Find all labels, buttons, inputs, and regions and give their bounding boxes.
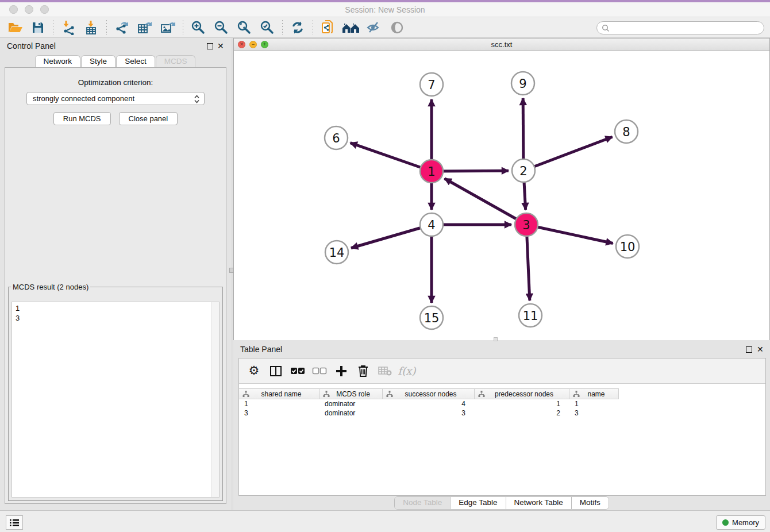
task-list-icon[interactable] — [6, 515, 23, 530]
svg-text:11: 11 — [523, 309, 538, 323]
column-header-shared-name[interactable]: shared name — [239, 389, 319, 399]
tab-motifs[interactable]: Motifs — [572, 497, 609, 509]
result-lines: 13 — [16, 303, 219, 323]
hide-panels-icon[interactable] — [363, 18, 386, 37]
table-panel-title: Table Panel — [240, 345, 282, 354]
refresh-icon[interactable] — [286, 18, 309, 37]
search-box — [596, 21, 764, 34]
column-header-successor-nodes[interactable]: successor nodes — [383, 389, 475, 399]
zoom-fit-icon[interactable] — [233, 18, 256, 37]
control-panel-title: Control Panel — [7, 41, 56, 51]
mcds-result-group: MCDS result (2 nodes) 13 — [8, 283, 223, 501]
graph-edge-1-6[interactable] — [351, 143, 432, 171]
import-table-icon[interactable] — [80, 18, 103, 37]
gear-icon[interactable]: ⚙ — [245, 362, 263, 380]
svg-text:15: 15 — [424, 311, 440, 325]
graph-node-1[interactable]: 1 — [420, 160, 443, 183]
graph-edge-3-10[interactable] — [526, 225, 613, 244]
duplicate-network-icon[interactable] — [317, 18, 340, 37]
tab-node-table[interactable]: Node Table — [395, 497, 451, 509]
export-table-icon[interactable] — [133, 18, 156, 37]
table-cell[interactable]: 1 — [569, 400, 619, 408]
float-panel-icon[interactable] — [207, 43, 213, 49]
network-resize-grip[interactable] — [494, 337, 498, 341]
table-row[interactable]: 1dominator411 — [239, 399, 765, 408]
table-cell[interactable]: 3 — [383, 409, 475, 417]
graph-node-10[interactable]: 10 — [616, 235, 639, 258]
column-header-MCDS-role[interactable]: MCDS role — [319, 389, 383, 399]
graph-node-11[interactable]: 11 — [519, 304, 542, 327]
close-table-panel-icon[interactable]: ✕ — [757, 345, 764, 354]
tab-edge-table[interactable]: Edge Table — [451, 497, 506, 509]
zoom-in-icon[interactable] — [187, 18, 210, 37]
float-table-panel-icon[interactable] — [746, 346, 752, 353]
graph-node-9[interactable]: 9 — [511, 72, 534, 95]
graph-node-15[interactable]: 15 — [420, 306, 443, 329]
control-panel-header: Control Panel ✕ — [0, 38, 231, 55]
table-tabs: Node TableEdge TableNetwork TableMotifs — [233, 496, 770, 510]
svg-text:7: 7 — [428, 78, 435, 92]
export-image-icon[interactable] — [156, 18, 179, 37]
zoom-out-icon[interactable] — [210, 18, 233, 37]
optimization-label: Optimization criterion: — [5, 78, 226, 87]
graph-node-14[interactable]: 14 — [325, 241, 348, 264]
table-cell[interactable]: 2 — [475, 409, 569, 417]
result-scrollbar[interactable] — [211, 302, 219, 497]
graph-node-7[interactable]: 7 — [420, 73, 443, 96]
select-all-icon[interactable] — [288, 362, 307, 380]
result-line: 1 — [16, 303, 219, 313]
export-network-icon[interactable] — [110, 18, 133, 37]
column-header-predecessor-nodes[interactable]: predecessor nodes — [475, 389, 569, 399]
control-panel-tabs: NetworkStyleSelectMCDS — [0, 55, 231, 67]
toolbar-separator — [53, 20, 53, 35]
toolbar-separator — [282, 20, 283, 35]
close-panel-button[interactable]: Close panel — [119, 112, 178, 125]
table-cell[interactable]: 3 — [239, 409, 319, 417]
run-mcds-button[interactable]: Run MCDS — [53, 112, 111, 125]
graph-edge-2-8[interactable] — [523, 137, 613, 171]
zoom-selected-icon[interactable] — [256, 18, 279, 37]
memory-label: Memory — [732, 518, 759, 527]
table-cell[interactable]: dominator — [319, 409, 383, 417]
mcds-result-title: MCDS result (2 nodes) — [11, 283, 90, 291]
graph-node-6[interactable]: 6 — [325, 126, 348, 149]
graph-node-4[interactable]: 4 — [420, 213, 443, 236]
split-view-icon[interactable] — [267, 362, 285, 380]
save-session-icon[interactable] — [26, 18, 49, 37]
graph-edge-4-14[interactable] — [351, 225, 432, 248]
graph-node-3[interactable]: 3 — [515, 213, 538, 236]
open-file-icon[interactable] — [3, 18, 26, 37]
mcds-result-text[interactable]: 13 — [11, 302, 220, 498]
svg-text:9: 9 — [519, 77, 526, 91]
tab-mcds[interactable]: MCDS — [156, 55, 196, 67]
graph-edge-3-1[interactable] — [445, 179, 526, 225]
network-title: scc.txt — [234, 40, 769, 49]
tab-network[interactable]: Network — [35, 55, 81, 67]
trash-icon[interactable] — [354, 362, 372, 380]
network-window-titlebar[interactable]: ✕ – + scc.txt — [234, 38, 769, 51]
houses-icon[interactable] — [340, 18, 363, 37]
table-cell[interactable]: 3 — [569, 409, 619, 417]
column-header-name[interactable]: name — [569, 389, 619, 399]
table-cell[interactable]: dominator — [319, 400, 383, 408]
table-cell[interactable]: 1 — [239, 400, 319, 408]
delete-table-icon[interactable] — [376, 362, 394, 380]
criterion-dropdown[interactable]: strongly connected component — [26, 92, 205, 105]
close-panel-icon[interactable]: ✕ — [217, 41, 224, 51]
graph-node-2[interactable]: 2 — [512, 159, 535, 182]
add-icon[interactable] — [332, 362, 351, 380]
search-input[interactable] — [612, 23, 759, 33]
table-cell[interactable]: 1 — [475, 400, 569, 408]
import-network-icon[interactable] — [57, 18, 80, 37]
memory-button[interactable]: Memory — [716, 515, 765, 530]
deselect-all-icon[interactable] — [310, 362, 329, 380]
graph-node-8[interactable]: 8 — [615, 120, 638, 143]
tab-style[interactable]: Style — [81, 55, 116, 67]
table-row[interactable]: 3dominator323 — [239, 408, 765, 418]
network-graph[interactable]: 7968124314101511 — [234, 51, 769, 340]
appearance-icon[interactable] — [386, 18, 409, 37]
toolbar-separator — [313, 20, 313, 35]
table-cell[interactable]: 4 — [383, 400, 475, 408]
tab-select[interactable]: Select — [116, 55, 155, 67]
tab-network-table[interactable]: Network Table — [506, 497, 572, 509]
